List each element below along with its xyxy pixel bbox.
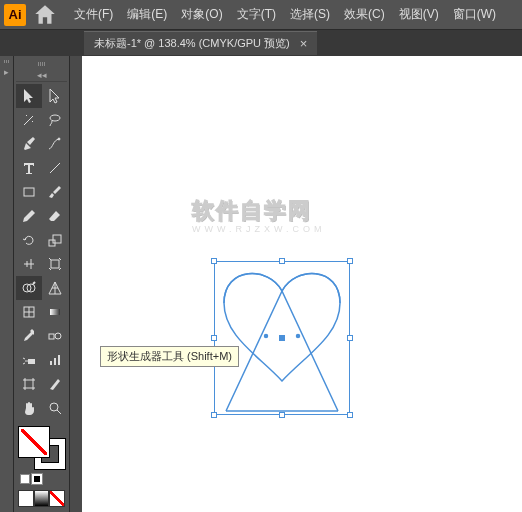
perspective-tool[interactable] [42, 276, 68, 300]
artboard[interactable]: 软件自学网 WWW.RJZXW.COM [82, 56, 522, 512]
selection-center-icon[interactable] [279, 335, 285, 341]
menu-view[interactable]: 视图(V) [393, 3, 445, 26]
svg-rect-12 [28, 359, 35, 364]
slice-tool[interactable] [42, 372, 68, 396]
menu-edit[interactable]: 编辑(E) [121, 3, 173, 26]
handle-top-mid[interactable] [279, 258, 285, 264]
magic-wand-tool[interactable] [16, 108, 42, 132]
rectangle-tool[interactable] [16, 180, 42, 204]
pencil-tool[interactable] [16, 204, 42, 228]
line-tool[interactable] [42, 156, 68, 180]
blend-tool[interactable] [42, 324, 68, 348]
eyedropper-tool[interactable] [16, 324, 42, 348]
menu-type[interactable]: 文字(T) [231, 3, 282, 26]
watermark: 软件自学网 WWW.RJZXW.COM [192, 196, 325, 234]
color-mode-solid[interactable] [18, 490, 34, 507]
gradient-tool[interactable] [42, 300, 68, 324]
document-tab[interactable]: 未标题-1* @ 138.4% (CMYK/GPU 预览) × [84, 31, 317, 55]
fill-swatch[interactable] [18, 426, 50, 458]
artboard-tool[interactable] [16, 372, 42, 396]
handle-mid-left[interactable] [211, 335, 217, 341]
svg-point-17 [50, 403, 58, 411]
color-mode-none[interactable] [49, 490, 65, 507]
fill-stroke-swatch[interactable] [18, 426, 66, 470]
handle-bottom-mid[interactable] [279, 412, 285, 418]
width-tool[interactable] [16, 252, 42, 276]
svg-rect-10 [49, 334, 54, 339]
color-swatch-area [16, 426, 67, 512]
menu-select[interactable]: 选择(S) [284, 3, 336, 26]
type-tool[interactable] [16, 156, 42, 180]
svg-rect-13 [50, 361, 52, 365]
workspace: ▸ ◂◂ [0, 56, 522, 512]
document-tabbar: 未标题-1* @ 138.4% (CMYK/GPU 预览) × [0, 30, 522, 56]
svg-point-11 [55, 333, 61, 339]
dock-grip-icon [2, 60, 12, 63]
watermark-text: 软件自学网 [192, 196, 325, 226]
dock-expand-icon[interactable]: ▸ [4, 67, 9, 77]
zoom-tool[interactable] [42, 396, 68, 420]
selection-bounding-box[interactable] [214, 261, 350, 415]
handle-mid-right[interactable] [347, 335, 353, 341]
curvature-tool[interactable] [42, 132, 68, 156]
selection-tool[interactable] [16, 84, 42, 108]
svg-rect-2 [24, 188, 34, 196]
svg-point-1 [58, 138, 60, 140]
color-mode-gradient[interactable] [34, 490, 50, 507]
symbol-sprayer-tool[interactable] [16, 348, 42, 372]
svg-rect-14 [54, 358, 56, 365]
free-transform-tool[interactable] [42, 252, 68, 276]
pen-tool[interactable] [16, 132, 42, 156]
menu-file[interactable]: 文件(F) [68, 3, 119, 26]
lasso-tool[interactable] [42, 108, 68, 132]
svg-rect-5 [51, 260, 59, 268]
watermark-url: WWW.RJZXW.COM [192, 224, 325, 234]
hand-tool[interactable] [16, 396, 42, 420]
svg-rect-9 [50, 309, 60, 315]
tab-title: 未标题-1* @ 138.4% (CMYK/GPU 预览) [94, 36, 290, 51]
default-swap-icons[interactable] [20, 474, 65, 484]
canvas-area: 软件自学网 WWW.RJZXW.COM [70, 56, 522, 512]
tools-grip-icon[interactable] [16, 60, 67, 68]
paintbrush-tool[interactable] [42, 180, 68, 204]
handle-top-left[interactable] [211, 258, 217, 264]
handle-top-right[interactable] [347, 258, 353, 264]
graph-tool[interactable] [42, 348, 68, 372]
color-mode-row [18, 490, 65, 507]
menubar: Ai 文件(F) 编辑(E) 对象(O) 文字(T) 选择(S) 效果(C) 视… [0, 0, 522, 30]
eraser-tool[interactable] [42, 204, 68, 228]
handle-bottom-left[interactable] [211, 412, 217, 418]
tools-panel: ◂◂ [14, 56, 70, 512]
rotate-tool[interactable] [16, 228, 42, 252]
tools-collapse-icon[interactable]: ◂◂ [16, 70, 67, 82]
handle-bottom-right[interactable] [347, 412, 353, 418]
menu-effect[interactable]: 效果(C) [338, 3, 391, 26]
mesh-tool[interactable] [16, 300, 42, 324]
app-logo-icon: Ai [4, 4, 26, 26]
svg-point-0 [50, 115, 60, 121]
menu-window[interactable]: 窗口(W) [447, 3, 502, 26]
panel-dock-left[interactable]: ▸ [0, 56, 14, 512]
scale-tool[interactable] [42, 228, 68, 252]
svg-rect-15 [58, 355, 60, 365]
tab-close-icon[interactable]: × [300, 36, 308, 51]
svg-rect-4 [53, 235, 61, 243]
menu-object[interactable]: 对象(O) [175, 3, 228, 26]
home-icon[interactable] [32, 2, 58, 28]
tool-tooltip: 形状生成器工具 (Shift+M) [100, 346, 239, 367]
direct-selection-tool[interactable] [42, 84, 68, 108]
menu-items: 文件(F) 编辑(E) 对象(O) 文字(T) 选择(S) 效果(C) 视图(V… [68, 3, 502, 26]
tool-grid [16, 84, 67, 420]
svg-rect-16 [25, 380, 33, 388]
shape-builder-tool[interactable] [16, 276, 42, 300]
